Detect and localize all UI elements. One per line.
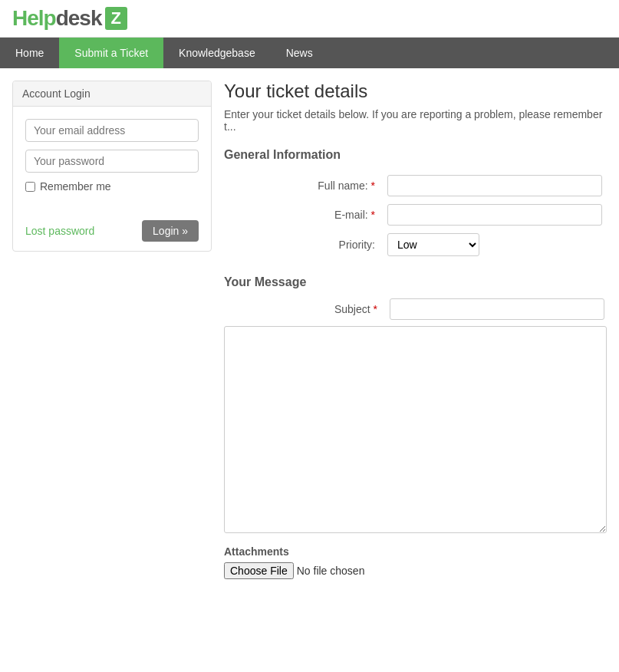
login-tab-label: Account Login [22,87,91,100]
page-description: Enter your ticket details below. If you … [224,108,607,133]
attachments-section: Attachments [224,545,607,579]
remember-label: Remember me [40,180,111,193]
ticket-content: Your ticket details Enter your ticket de… [224,81,607,579]
priority-row: Priority: Low Medium High [224,229,607,260]
email-input[interactable] [25,119,199,142]
logo-z-badge: Z [105,7,127,30]
priority-label: Priority: [224,229,383,260]
attachments-title: Attachments [224,545,607,558]
nav-submit-ticket[interactable]: Submit a Ticket [59,38,163,68]
nav-home[interactable]: Home [0,38,59,68]
logo[interactable]: Helpdesk Z [12,6,127,31]
priority-select[interactable]: Low Medium High [387,233,479,256]
full-name-label: Full name: * [224,171,383,200]
subject-input[interactable] [390,298,604,320]
file-input-row [224,562,607,579]
nav-news[interactable]: News [271,38,328,68]
login-panel-header: Account Login [13,81,211,107]
email-label: E-mail: * [224,200,383,229]
file-input[interactable] [224,562,427,579]
logo-desk-text: desk [56,6,102,31]
full-name-row: Full name: * [224,171,607,200]
subject-row: Subject * [224,298,607,320]
login-button[interactable]: Login » [142,220,199,242]
general-info-section: General Information Full name: * E-mail:… [224,148,607,260]
general-info-title: General Information [224,148,607,162]
login-panel: Account Login Remember me Lost password … [12,81,212,252]
header: Helpdesk Z [0,0,619,38]
general-info-table: Full name: * E-mail: * Priority: [224,171,607,260]
page-title: Your ticket details [224,81,607,102]
login-panel-body: Remember me [13,107,211,214]
login-footer: Lost password Login » [13,214,211,251]
password-input[interactable] [25,150,199,173]
remember-checkbox[interactable] [25,182,35,192]
logo-help-text: Help [12,6,56,31]
your-message-title: Your Message [224,275,607,289]
sidebar: Account Login Remember me Lost password … [12,81,212,579]
main-layout: Account Login Remember me Lost password … [0,68,619,591]
nav-knowledgebase[interactable]: Knowledgebase [163,38,271,68]
full-name-input[interactable] [387,175,602,196]
email-row: E-mail: * [224,200,607,229]
remember-row: Remember me [25,180,199,193]
lost-password-link[interactable]: Lost password [25,225,94,237]
your-message-section: Your Message Subject * [224,275,607,533]
main-nav: Home Submit a Ticket Knowledgebase News [0,38,619,68]
email-ticket-input[interactable] [387,204,602,226]
message-body-textarea[interactable] [224,326,607,533]
